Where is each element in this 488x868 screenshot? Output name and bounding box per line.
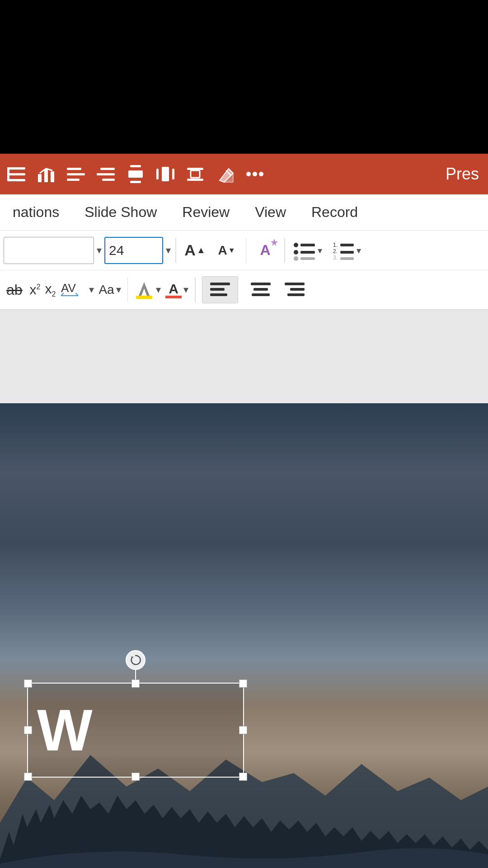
svg-rect-38: [340, 257, 354, 260]
font-size-dropdown[interactable]: ▾: [166, 245, 171, 256]
align-left-button[interactable]: [202, 276, 238, 303]
text-effect-button[interactable]: A: [251, 237, 280, 264]
formatting-toolbar: Pres: [0, 154, 488, 194]
distribute-v-icon[interactable]: [125, 163, 146, 185]
handle-bottom-middle[interactable]: [131, 773, 140, 781]
svg-rect-20: [187, 179, 203, 181]
text-box-container[interactable]: W: [27, 650, 244, 778]
character-spacing-button[interactable]: AV ▾: [60, 278, 94, 302]
svg-rect-15: [130, 181, 141, 183]
svg-rect-19: [187, 168, 203, 170]
handle-top-left[interactable]: [24, 679, 32, 688]
svg-rect-13: [130, 165, 141, 167]
svg-point-27: [294, 243, 298, 247]
highlight-color-button[interactable]: ▾: [134, 279, 161, 300]
numbered-list-button[interactable]: 1. 2. 3. ▾: [328, 237, 365, 264]
svg-rect-2: [7, 179, 25, 181]
svg-rect-5: [44, 170, 48, 182]
svg-rect-47: [251, 283, 271, 285]
svg-rect-14: [128, 170, 143, 178]
slide-canvas[interactable]: W: [0, 403, 488, 868]
svg-point-29: [294, 250, 298, 255]
pres-button[interactable]: Pres: [446, 165, 483, 184]
svg-marker-26: [271, 239, 278, 246]
chart-icon[interactable]: [35, 163, 57, 185]
svg-rect-30: [300, 251, 315, 254]
font-toolbar-row1: ▾ ▾ A▲ A▼ A ▾ 1. 2.: [0, 231, 488, 270]
svg-rect-36: [340, 251, 354, 254]
strikethrough-button[interactable]: ab: [4, 282, 25, 298]
top-black-area: [0, 0, 488, 154]
svg-rect-18: [172, 169, 174, 179]
font-toolbar-row2: ab x2 x2 AV ▾ Aa ▾ ▾: [0, 270, 488, 310]
svg-rect-10: [100, 168, 115, 170]
align-right-icon[interactable]: [95, 164, 117, 184]
increase-font-size-button[interactable]: A▲: [181, 237, 210, 264]
svg-rect-7: [67, 168, 81, 170]
svg-rect-0: [7, 167, 25, 170]
svg-rect-11: [97, 173, 115, 175]
handle-top-right[interactable]: [239, 679, 247, 688]
svg-rect-12: [102, 179, 115, 181]
svg-text:AV: AV: [61, 281, 76, 295]
svg-rect-9: [67, 179, 80, 181]
svg-rect-51: [290, 288, 305, 291]
handle-bottom-left[interactable]: [24, 773, 32, 781]
tab-review[interactable]: Review: [169, 194, 242, 230]
svg-rect-17: [162, 167, 169, 181]
superscript-button[interactable]: x2: [30, 282, 41, 297]
rotate-handle[interactable]: [126, 650, 145, 670]
svg-rect-50: [285, 283, 305, 285]
subscript-button[interactable]: x2: [45, 281, 56, 298]
selected-textbox[interactable]: W: [27, 683, 244, 778]
handle-bottom-right[interactable]: [239, 773, 247, 781]
svg-rect-3: [7, 167, 9, 181]
svg-point-31: [294, 256, 298, 261]
svg-rect-4: [38, 174, 42, 182]
handle-middle-left[interactable]: [24, 726, 32, 734]
svg-rect-8: [67, 173, 85, 175]
svg-point-25: [259, 172, 263, 176]
align-center-v-icon[interactable]: [184, 163, 206, 185]
svg-text:2.: 2.: [333, 248, 338, 255]
decrease-font-size-button[interactable]: A▼: [212, 237, 241, 264]
tab-slideshow[interactable]: Slide Show: [72, 194, 169, 230]
menu-tabs-bar: nations Slide Show Review View Record: [0, 194, 488, 231]
tab-animations[interactable]: nations: [0, 194, 72, 230]
svg-point-23: [246, 172, 251, 176]
align-left-icon[interactable]: [65, 164, 87, 184]
font-color-button[interactable]: A ▾: [165, 281, 188, 298]
svg-text:3.: 3.: [333, 255, 338, 261]
more-options-icon[interactable]: [244, 170, 266, 179]
svg-rect-28: [300, 244, 315, 246]
svg-rect-34: [340, 244, 354, 246]
divider-3: [284, 238, 285, 263]
align-right-button[interactable]: [283, 276, 306, 303]
divider-4: [127, 278, 128, 302]
bullet-list-button[interactable]: ▾: [290, 237, 326, 264]
tab-view[interactable]: View: [242, 194, 299, 230]
svg-rect-49: [252, 293, 270, 296]
font-size-input[interactable]: [104, 237, 163, 264]
font-name-input[interactable]: [4, 237, 94, 264]
svg-rect-45: [210, 288, 225, 291]
divider-2: [246, 238, 247, 263]
change-case-button[interactable]: Aa ▾: [99, 283, 121, 297]
svg-rect-1: [7, 173, 25, 175]
svg-rect-44: [210, 283, 230, 285]
align-center-button[interactable]: [243, 276, 279, 303]
eraser-icon[interactable]: [214, 163, 236, 185]
tab-record[interactable]: Record: [299, 194, 371, 230]
handle-middle-right[interactable]: [239, 726, 247, 734]
svg-rect-16: [156, 169, 159, 179]
svg-rect-48: [253, 288, 268, 291]
distribute-h-icon[interactable]: [155, 163, 176, 185]
svg-text:1.: 1.: [333, 242, 338, 248]
svg-rect-52: [287, 293, 305, 296]
slide-text-content[interactable]: W: [37, 701, 93, 760]
menu-icon[interactable]: [5, 164, 27, 184]
handle-top-middle[interactable]: [131, 679, 140, 688]
ribbon-content-area: [0, 310, 488, 403]
divider-5: [195, 278, 196, 302]
font-name-dropdown[interactable]: ▾: [97, 245, 102, 256]
